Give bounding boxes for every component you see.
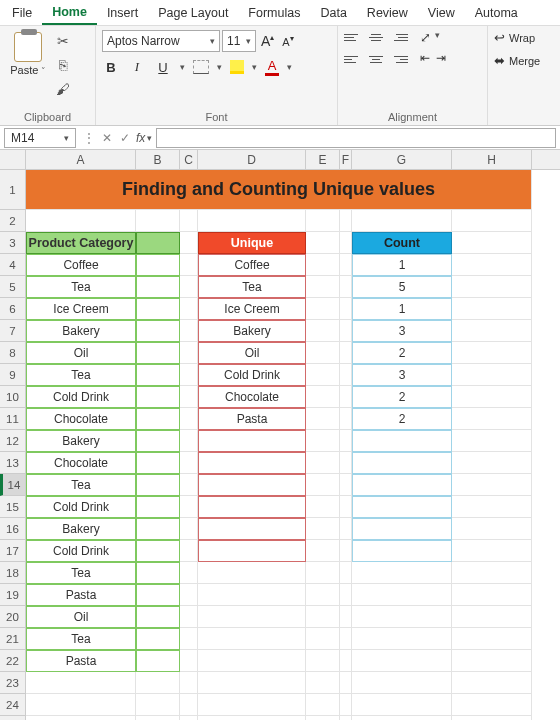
- cell-G23[interactable]: [352, 672, 452, 694]
- cell-B12[interactable]: [136, 430, 180, 452]
- cell-G21[interactable]: [352, 628, 452, 650]
- cell-H7[interactable]: [452, 320, 532, 342]
- row-head-9[interactable]: 9: [0, 364, 26, 386]
- menu-view[interactable]: View: [418, 2, 465, 24]
- cell-E9[interactable]: [306, 364, 340, 386]
- cell-F7[interactable]: [340, 320, 352, 342]
- cell-H15[interactable]: [452, 496, 532, 518]
- menu-automa[interactable]: Automa: [465, 2, 528, 24]
- cell-F3[interactable]: [340, 232, 352, 254]
- cell-C16[interactable]: [180, 518, 198, 540]
- cell-D23[interactable]: [198, 672, 306, 694]
- cell-H16[interactable]: [452, 518, 532, 540]
- cell-H11[interactable]: [452, 408, 532, 430]
- col-head-D[interactable]: D: [198, 150, 306, 169]
- borders-icon[interactable]: [193, 60, 209, 74]
- cell-A5[interactable]: Tea: [26, 276, 136, 298]
- cell-A4[interactable]: Coffee: [26, 254, 136, 276]
- cell-E6[interactable]: [306, 298, 340, 320]
- header-count[interactable]: Count: [352, 232, 452, 254]
- cell-G19[interactable]: [352, 584, 452, 606]
- align-right-icon[interactable]: [392, 52, 408, 66]
- row-head-5[interactable]: 5: [0, 276, 26, 298]
- cell-H19[interactable]: [452, 584, 532, 606]
- cell-H23[interactable]: [452, 672, 532, 694]
- cell-G12[interactable]: [352, 430, 452, 452]
- italic-button[interactable]: I: [128, 59, 146, 75]
- align-left-icon[interactable]: [344, 52, 360, 66]
- cell-E8[interactable]: [306, 342, 340, 364]
- cell-D18[interactable]: [198, 562, 306, 584]
- dropdown-icon[interactable]: ⋮: [80, 131, 98, 145]
- cell-E5[interactable]: [306, 276, 340, 298]
- cell-D9[interactable]: Cold Drink: [198, 364, 306, 386]
- increase-font-icon[interactable]: A▴: [258, 33, 277, 49]
- header-unique[interactable]: Unique: [198, 232, 306, 254]
- row-head-13[interactable]: 13: [0, 452, 26, 474]
- cell-E11[interactable]: [306, 408, 340, 430]
- cell-B13[interactable]: [136, 452, 180, 474]
- cell-G16[interactable]: [352, 518, 452, 540]
- cell-D22[interactable]: [198, 650, 306, 672]
- cell-A10[interactable]: Cold Drink: [26, 386, 136, 408]
- cell-B2[interactable]: [136, 210, 180, 232]
- cell-A6[interactable]: Ice Creem: [26, 298, 136, 320]
- col-head-H[interactable]: H: [452, 150, 532, 169]
- formula-input[interactable]: [156, 128, 556, 148]
- cell-G18[interactable]: [352, 562, 452, 584]
- cell-F20[interactable]: [340, 606, 352, 628]
- cell-E20[interactable]: [306, 606, 340, 628]
- cell-A17[interactable]: Cold Drink: [26, 540, 136, 562]
- cell-F22[interactable]: [340, 650, 352, 672]
- cell-C13[interactable]: [180, 452, 198, 474]
- row-head-10[interactable]: 10: [0, 386, 26, 408]
- cell-B6[interactable]: [136, 298, 180, 320]
- cell-E13[interactable]: [306, 452, 340, 474]
- cell-B23[interactable]: [136, 672, 180, 694]
- cell-E18[interactable]: [306, 562, 340, 584]
- cell-B7[interactable]: [136, 320, 180, 342]
- orientation-icon[interactable]: ⤢: [420, 30, 431, 45]
- cell-D13[interactable]: [198, 452, 306, 474]
- row-head-7[interactable]: 7: [0, 320, 26, 342]
- cell-H17[interactable]: [452, 540, 532, 562]
- cell-F14[interactable]: [340, 474, 352, 496]
- cell-F17[interactable]: [340, 540, 352, 562]
- cell-B11[interactable]: [136, 408, 180, 430]
- cell-B20[interactable]: [136, 606, 180, 628]
- cell-D25[interactable]: [198, 716, 306, 720]
- underline-button[interactable]: U: [154, 60, 172, 75]
- cell-F2[interactable]: [340, 210, 352, 232]
- cell-F12[interactable]: [340, 430, 352, 452]
- cell-H20[interactable]: [452, 606, 532, 628]
- cell-B22[interactable]: [136, 650, 180, 672]
- cell-D19[interactable]: [198, 584, 306, 606]
- row-head-11[interactable]: 11: [0, 408, 26, 430]
- row-head-2[interactable]: 2: [0, 210, 26, 232]
- cell-E17[interactable]: [306, 540, 340, 562]
- paste-button[interactable]: Paste: [6, 30, 50, 107]
- row-head-4[interactable]: 4: [0, 254, 26, 276]
- menu-insert[interactable]: Insert: [97, 2, 148, 24]
- col-head-C[interactable]: C: [180, 150, 198, 169]
- cell-H6[interactable]: [452, 298, 532, 320]
- cell-A2[interactable]: [26, 210, 136, 232]
- cell-C22[interactable]: [180, 650, 198, 672]
- cell-F10[interactable]: [340, 386, 352, 408]
- row-head-17[interactable]: 17: [0, 540, 26, 562]
- cell-C6[interactable]: [180, 298, 198, 320]
- increase-indent-icon[interactable]: ⇥: [436, 51, 446, 65]
- cell-D15[interactable]: [198, 496, 306, 518]
- cell-H10[interactable]: [452, 386, 532, 408]
- cell-B15[interactable]: [136, 496, 180, 518]
- cell-D24[interactable]: [198, 694, 306, 716]
- cell-G15[interactable]: [352, 496, 452, 518]
- col-head-F[interactable]: F: [340, 150, 352, 169]
- cell-H18[interactable]: [452, 562, 532, 584]
- cell-A12[interactable]: Bakery: [26, 430, 136, 452]
- col-head-G[interactable]: G: [352, 150, 452, 169]
- chevron-down-icon[interactable]: ▾: [435, 30, 440, 45]
- cell-E2[interactable]: [306, 210, 340, 232]
- cell-A24[interactable]: [26, 694, 136, 716]
- cell-A18[interactable]: Tea: [26, 562, 136, 584]
